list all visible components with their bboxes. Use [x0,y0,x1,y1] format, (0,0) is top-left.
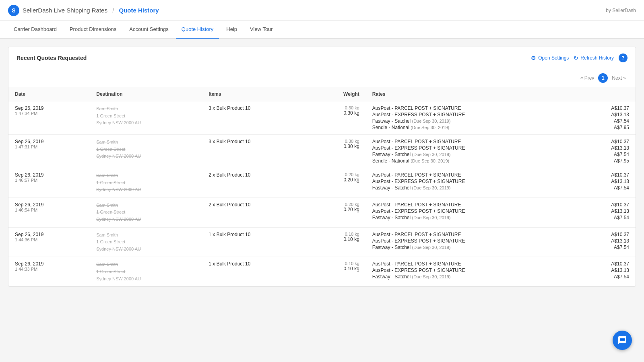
weight-cell: 0.20 kg0.20 kg [309,168,365,198]
refresh-icon: ↻ [574,55,578,61]
destination-cell: Sam Smith1 Green StreetSydney NSW 2000 A… [90,227,202,257]
rate-price: A$7.54 [605,245,629,250]
rate-row: AusPost - PARCEL POST + SIGNATUREA$10.37 [372,139,629,144]
rate-row: AusPost - EXPRESS POST + SIGNATUREA$13.1… [372,267,629,273]
items-cell: 2 x Bulk Product 10 [202,197,309,227]
rates-cell: AusPost - PARCEL POST + SIGNATUREA$10.37… [366,257,636,286]
rate-row: AusPost - PARCEL POST + SIGNATUREA$10.37 [372,105,629,111]
rate-name: AusPost - EXPRESS POST + SIGNATURE [372,208,465,214]
rate-price: A$13.13 [605,179,629,184]
rate-price: A$10.37 [605,202,629,208]
rate-row: AusPost - PARCEL POST + SIGNATUREA$10.37 [372,202,629,208]
rate-name: AusPost - EXPRESS POST + SIGNATURE [372,267,465,273]
rate-name: Fastway - Satchel (Due Sep 30, 2019) [372,215,451,220]
date-cell: Sep 26, 20191:47:31 PM [8,135,90,168]
rate-name: AusPost - PARCEL POST + SIGNATURE [372,232,461,237]
rate-name: Fastway - Satchel (Due Sep 30, 2019) [372,245,451,250]
next-button[interactable]: Next » [610,74,627,82]
rate-price: A$10.37 [605,261,629,267]
help-button[interactable]: ? [619,53,627,62]
rate-row: AusPost - EXPRESS POST + SIGNATUREA$13.1… [372,179,629,184]
logo-icon: S [8,5,19,16]
rate-price: A$13.13 [605,267,629,273]
refresh-history-button[interactable]: ↻ Refresh History [574,55,614,61]
nav-view-tour[interactable]: View Tour [244,21,279,39]
items-cell: 3 x Bulk Product 10 [202,101,309,135]
card-title: Recent Quotes Requested [17,55,87,61]
settings-icon: ⚙ [531,55,536,61]
nav-carrier-dashboard[interactable]: Carrier Dashboard [8,21,62,39]
current-page-number: 1 [598,73,608,83]
rates-cell: AusPost - PARCEL POST + SIGNATUREA$10.37… [366,135,636,168]
rate-name: AusPost - PARCEL POST + SIGNATURE [372,261,461,267]
card-header: Recent Quotes Requested ⚙ Open Settings … [8,47,636,69]
rate-price: A$10.37 [605,232,629,237]
items-cell: 1 x Bulk Product 10 [202,227,309,257]
rate-row: AusPost - PARCEL POST + SIGNATUREA$10.37 [372,172,629,178]
pagination: « Prev 1 Next » [8,69,636,87]
rate-name: AusPost - EXPRESS POST + SIGNATURE [372,238,465,244]
col-weight: Weight [309,87,365,101]
quotes-table: Date Destination Items Weight Rates Sep … [8,87,636,286]
rate-price: A$13.13 [605,112,629,117]
prev-button[interactable]: « Prev [579,74,596,82]
weight-cell: 0.10 kg0.10 kg [309,227,365,257]
rate-price: A$7.95 [605,125,629,130]
destination-cell: Sam Smith1 Green StreetSydney NSW 2000 A… [90,135,202,168]
rate-price: A$13.13 [605,145,629,151]
breadcrumb-current: Quote History [119,7,159,14]
table-row: Sep 26, 20191:44:33 PMSam Smith1 Green S… [8,257,636,286]
rate-row: Fastway - Satchel (Due Sep 30, 2019)A$7.… [372,185,629,191]
weight-cell: 0.20 kg0.20 kg [309,197,365,227]
destination-cell: Sam Smith1 Green StreetSydney NSW 2000 A… [90,168,202,198]
table-header-row: Date Destination Items Weight Rates [8,87,636,101]
rate-price: A$13.13 [605,208,629,214]
items-cell: 1 x Bulk Product 10 [202,257,309,286]
rate-name: AusPost - PARCEL POST + SIGNATURE [372,172,461,178]
rate-price: A$7.54 [605,118,629,124]
table-row: Sep 26, 20191:44:36 PMSam Smith1 Green S… [8,227,636,257]
date-cell: Sep 26, 20191:44:36 PM [8,227,90,257]
rate-row: AusPost - PARCEL POST + SIGNATUREA$10.37 [372,232,629,237]
col-destination: Destination [90,87,202,101]
nav-help[interactable]: Help [221,21,243,39]
open-settings-button[interactable]: ⚙ Open Settings [531,55,569,61]
rate-row: Fastway - Satchel (Due Sep 30, 2019)A$7.… [372,245,629,250]
rate-price: A$7.54 [605,152,629,157]
nav-product-dimensions[interactable]: Product Dimensions [64,21,122,39]
rate-name: AusPost - PARCEL POST + SIGNATURE [372,139,461,144]
nav: Carrier Dashboard Product Dimensions Acc… [0,21,644,39]
table-row: Sep 26, 20191:46:54 PMSam Smith1 Green S… [8,197,636,227]
date-cell: Sep 26, 20191:46:57 PM [8,168,90,198]
destination-cell: Sam Smith1 Green StreetSydney NSW 2000 A… [90,257,202,286]
weight-cell: 0.30 kg0.30 kg [309,135,365,168]
rate-price: A$10.37 [605,172,629,178]
nav-quote-history[interactable]: Quote History [176,21,219,39]
weight-cell: 0.10 kg0.10 kg [309,257,365,286]
rate-price: A$7.54 [605,215,629,220]
nav-account-settings[interactable]: Account Settings [124,21,174,39]
rate-name: Fastway - Satchel (Due Sep 30, 2019) [372,274,451,280]
table-row: Sep 26, 20191:46:57 PMSam Smith1 Green S… [8,168,636,198]
rate-row: AusPost - EXPRESS POST + SIGNATUREA$13.1… [372,208,629,214]
rate-row: AusPost - EXPRESS POST + SIGNATUREA$13.1… [372,238,629,244]
rate-name: Fastway - Satchel (Due Sep 30, 2019) [372,152,451,157]
rates-cell: AusPost - PARCEL POST + SIGNATUREA$10.37… [366,197,636,227]
rate-row: AusPost - EXPRESS POST + SIGNATUREA$13.1… [372,112,629,117]
main-content: Recent Quotes Requested ⚙ Open Settings … [0,39,644,295]
header-by: by SellerDash [606,8,636,13]
rate-name: AusPost - EXPRESS POST + SIGNATURE [372,112,465,117]
date-cell: Sep 26, 20191:46:54 PM [8,197,90,227]
quotes-card: Recent Quotes Requested ⚙ Open Settings … [8,47,636,287]
rate-name: Fastway - Satchel (Due Sep 30, 2019) [372,118,451,124]
table-row: Sep 26, 20191:47:31 PMSam Smith1 Green S… [8,135,636,168]
rate-price: A$10.37 [605,139,629,144]
rate-name: AusPost - EXPRESS POST + SIGNATURE [372,179,465,184]
destination-cell: Sam Smith1 Green StreetSydney NSW 2000 A… [90,197,202,227]
rate-price: A$7.54 [605,274,629,280]
header-left: S SellerDash Live Shipping Rates / Quote… [8,5,159,16]
rate-row: AusPost - EXPRESS POST + SIGNATUREA$13.1… [372,145,629,151]
col-date: Date [8,87,90,101]
col-items: Items [202,87,309,101]
rate-row: AusPost - PARCEL POST + SIGNATUREA$10.37 [372,261,629,267]
